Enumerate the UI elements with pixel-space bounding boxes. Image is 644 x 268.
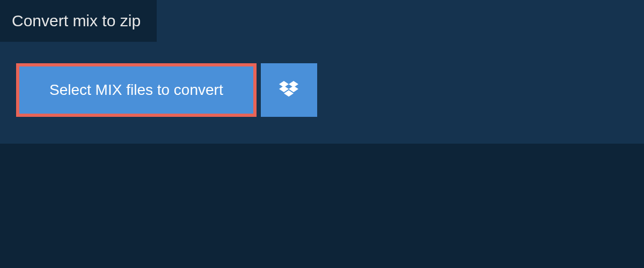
page-title: Convert mix to zip <box>12 12 141 29</box>
page-title-tab: Convert mix to zip <box>0 0 157 42</box>
select-files-button[interactable]: Select MIX files to convert <box>16 63 257 117</box>
select-files-label: Select MIX files to convert <box>49 81 223 99</box>
dropbox-icon <box>279 79 298 101</box>
file-select-row: Select MIX files to convert <box>16 63 644 117</box>
dropbox-button[interactable] <box>261 63 317 117</box>
converter-panel: Convert mix to zip Select MIX files to c… <box>0 0 644 144</box>
